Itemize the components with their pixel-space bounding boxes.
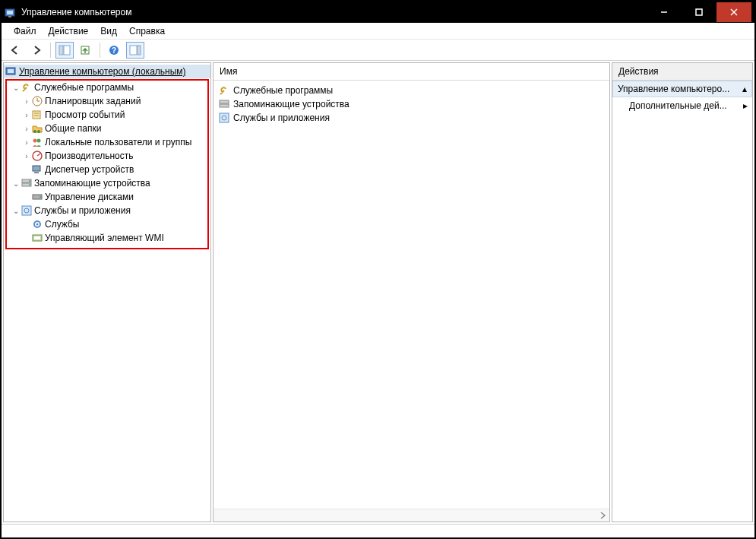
actions-context-band[interactable]: Управление компьютеро... ▴	[612, 81, 752, 97]
list-pane[interactable]: Имя Служебные программы Запоминающие уст…	[213, 62, 610, 522]
minimize-button[interactable]	[647, 2, 682, 22]
svg-rect-42	[220, 100, 229, 103]
tree-event-viewer[interactable]: › Просмотр событий	[7, 108, 207, 122]
chevron-right-icon[interactable]: ›	[22, 138, 31, 147]
tree-label: Просмотр событий	[45, 109, 125, 120]
shared-folder-icon	[31, 122, 43, 135]
actions-context-label: Управление компьютеро...	[618, 84, 729, 94]
tree-disk-management[interactable]: Управление дисками	[7, 190, 207, 204]
workspace: Управление компьютером (локальным) ⌄ Слу…	[2, 61, 754, 524]
horizontal-scrollbar[interactable]	[214, 509, 609, 522]
list-body: Служебные программы Запоминающие устройс…	[214, 81, 609, 509]
chevron-right-icon[interactable]: ›	[22, 152, 31, 160]
toolbar-separator	[100, 43, 100, 58]
export-list-button[interactable]	[77, 42, 95, 59]
forward-button[interactable]	[27, 42, 46, 59]
chevron-down-icon[interactable]: ⌄	[11, 84, 21, 92]
svg-rect-36	[22, 206, 31, 215]
show-hide-action-pane-button[interactable]	[126, 42, 144, 59]
tree-wmi[interactable]: Управляющий элемент WMI	[7, 231, 207, 245]
menu-action[interactable]: Действие	[43, 24, 95, 38]
storage-icon	[218, 98, 230, 110]
svg-text:?: ?	[112, 46, 116, 55]
tools-icon	[218, 84, 230, 97]
computer-management-icon	[5, 65, 17, 78]
scroll-right-icon[interactable]	[597, 510, 608, 521]
menu-file[interactable]: Файл	[8, 24, 43, 38]
tree-services-apps[interactable]: ⌄ Службы и приложения	[7, 204, 207, 217]
svg-point-24	[33, 139, 37, 143]
tree-label: Локальные пользователи и группы	[45, 137, 191, 147]
tree-pane[interactable]: Управление компьютером (локальным) ⌄ Слу…	[3, 62, 211, 522]
storage-icon	[21, 177, 33, 189]
back-button[interactable]	[6, 42, 24, 59]
chevron-right-icon[interactable]: ›	[22, 97, 31, 106]
svg-rect-7	[59, 46, 63, 55]
tree-system-tools[interactable]: ⌄ Служебные программы	[7, 81, 207, 94]
highlight-box: ⌄ Служебные программы › Планировщик зада…	[5, 79, 209, 249]
tree-task-scheduler[interactable]: › Планировщик заданий	[7, 94, 207, 108]
svg-point-32	[29, 180, 30, 182]
tools-icon	[21, 81, 33, 94]
title-text: Управление компьютером	[21, 7, 131, 17]
chevron-down-icon[interactable]: ⌄	[11, 207, 21, 215]
tree-label: Общие папки	[45, 123, 101, 134]
menu-view[interactable]: Вид	[94, 24, 123, 38]
column-header-name[interactable]: Имя	[214, 63, 609, 81]
tree-label: Запоминающие устройства	[34, 178, 150, 189]
tree-label: Службы	[45, 219, 79, 230]
list-item-services-apps[interactable]: Службы и приложения	[215, 111, 608, 125]
statusbar	[2, 524, 754, 537]
toolbar-separator	[50, 43, 51, 58]
tree-shared-folders[interactable]: › Общие папки	[7, 122, 207, 135]
close-button[interactable]	[716, 2, 751, 22]
tree-device-manager[interactable]: Диспетчер устройств	[7, 163, 207, 176]
tree-performance[interactable]: › Производительность	[7, 149, 207, 163]
menu-help[interactable]: Справка	[123, 24, 171, 38]
chevron-down-icon[interactable]: ⌄	[11, 179, 21, 188]
tree-root[interactable]: Управление компьютером (локальным)	[4, 65, 210, 78]
app-window: Управление компьютером Файл Действие Вид…	[0, 0, 756, 539]
wmi-icon	[31, 232, 43, 244]
list-item-label: Службы и приложения	[233, 113, 330, 123]
svg-point-35	[40, 196, 41, 198]
titlebar[interactable]: Управление компьютером	[2, 2, 754, 23]
tree-label: Диспетчер устройств	[45, 164, 134, 175]
svg-rect-1	[7, 11, 13, 14]
users-icon	[31, 136, 43, 148]
svg-rect-12	[130, 46, 137, 55]
svg-rect-2	[8, 16, 11, 17]
svg-point-39	[36, 224, 39, 226]
tree-label: Служебные программы	[34, 82, 134, 93]
svg-point-22	[33, 130, 36, 133]
list-item-storage[interactable]: Запоминающие устройства	[215, 97, 608, 111]
tree-local-users[interactable]: › Локальные пользователи и группы	[7, 135, 207, 149]
svg-rect-28	[33, 166, 40, 171]
list-item-system-tools[interactable]: Служебные программы	[215, 84, 608, 97]
tree-storage[interactable]: ⌄ Запоминающие устройства	[7, 176, 207, 190]
actions-more[interactable]: Дополнительные дей... ▸	[612, 97, 752, 114]
show-hide-tree-button[interactable]	[55, 42, 74, 59]
svg-rect-13	[138, 46, 141, 55]
performance-icon	[31, 150, 43, 162]
app-icon	[5, 6, 17, 18]
actions-more-label: Дополнительные дей...	[629, 100, 727, 111]
svg-rect-44	[220, 113, 229, 122]
chevron-right-icon[interactable]: ›	[22, 125, 31, 133]
tree-services[interactable]: Службы	[7, 217, 207, 231]
tree: Управление компьютером (локальным) ⌄ Слу…	[4, 63, 210, 252]
services-apps-icon	[218, 112, 230, 124]
help-button[interactable]: ?	[105, 42, 123, 59]
svg-point-23	[37, 130, 40, 133]
disk-icon	[31, 191, 43, 203]
gear-icon	[31, 218, 43, 230]
collapse-icon[interactable]: ▴	[742, 84, 747, 94]
maximize-button[interactable]	[682, 2, 716, 22]
tree-label: Службы и приложения	[34, 205, 131, 216]
menubar: Файл Действие Вид Справка	[2, 23, 754, 40]
svg-rect-15	[8, 69, 14, 73]
actions-header: Действия	[612, 63, 752, 81]
chevron-right-icon[interactable]: ›	[22, 111, 31, 119]
tree-label: Управляющий элемент WMI	[45, 233, 164, 243]
svg-rect-4	[696, 9, 702, 15]
